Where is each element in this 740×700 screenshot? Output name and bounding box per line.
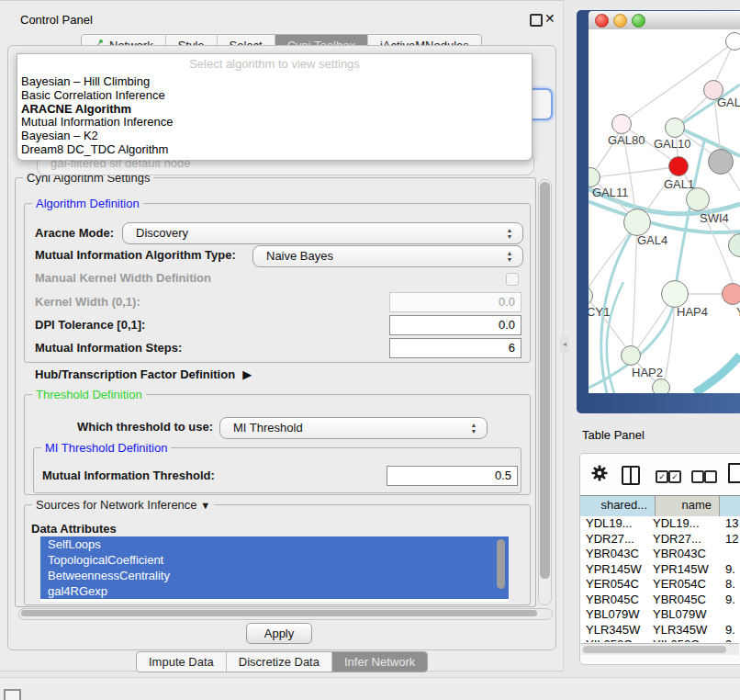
table-row[interactable]: YLR345WYLR345W9. [580, 623, 740, 638]
table-panel-title: Table Panel [582, 428, 645, 442]
manual-kernel-checkbox[interactable] [506, 273, 519, 286]
attribute-item[interactable]: TopologicalCoefficient [40, 552, 509, 568]
table-horizontal-scrollbar[interactable] [581, 643, 739, 655]
node-label: GAL11 [592, 186, 629, 199]
kernel-width-label: Kernel Width (0,1): [35, 293, 140, 311]
network-node[interactable] [708, 149, 734, 175]
bottom-strip [0, 677, 740, 700]
table-cell: 9. [725, 623, 735, 638]
unchecked-checkbox-icon[interactable] [691, 470, 704, 483]
table-row[interactable]: YDR27...YDR27...12 [580, 532, 740, 548]
tab-discretize-data[interactable]: Discretize Data [227, 652, 332, 672]
node-label: Y [736, 305, 740, 319]
table-cell: YLR345W [586, 623, 640, 638]
dpi-tolerance-field[interactable]: 0.0 [389, 315, 521, 335]
table-row[interactable]: YIL052CYIL052C9. [580, 638, 740, 642]
cyni-bottom-tabbar: Impute Data Discretize Data Infer Networ… [136, 651, 428, 672]
network-node-hap2[interactable] [621, 345, 641, 366]
close-traffic-light[interactable] [595, 14, 609, 28]
table-row[interactable]: YBR043CYBR043C [580, 547, 740, 562]
threshold-definition-title: Threshold Definition [32, 388, 146, 401]
sources-group-title[interactable]: Sources for Network Inference ▼ [32, 498, 214, 513]
node-label: GAL10 [654, 137, 690, 151]
table-cell: YPR145W [586, 562, 642, 578]
network-node-y[interactable] [722, 283, 740, 305]
scrollbar-thumb[interactable] [21, 610, 537, 616]
stepper-arrows-icon: ▲▼ [469, 420, 478, 436]
screen: Control Panel ✕ Network Style Select Cyn… [0, 0, 740, 700]
hub-definition-expander[interactable]: Hub/Transcription Factor Definition▶ [35, 366, 252, 384]
network-node-gal80[interactable] [611, 114, 632, 134]
zoom-traffic-light[interactable] [632, 14, 645, 28]
checked-checkbox-icon[interactable]: ✓ [656, 470, 668, 483]
kernel-width-field[interactable]: 0.0 [389, 292, 521, 312]
algorithm-option[interactable]: Bayesian – Hill Climbing [19, 75, 530, 89]
algorithm-option[interactable]: ARACNE Algorithm [19, 103, 530, 117]
which-threshold-combo[interactable]: MI Threshold ▲▼ [219, 417, 488, 439]
table-row[interactable]: YPR145WYPR145W9. [580, 562, 740, 578]
table-cell: YBR043C [653, 547, 706, 562]
algorithm-option[interactable]: Bayesian – K2 [19, 130, 530, 143]
scrollbar-thumb[interactable] [540, 182, 550, 579]
table-row[interactable]: YBR045CYBR045C9. [580, 593, 740, 608]
attribute-item[interactable]: gal4RGexp [40, 583, 509, 599]
gear-icon[interactable] [591, 465, 608, 484]
split-pane-collapse-handle[interactable]: ◂ [560, 336, 569, 353]
table-row[interactable]: YER054CYER054C8. [580, 577, 740, 593]
table-cell: YPR145W [653, 562, 709, 578]
network-node[interactable] [725, 32, 740, 51]
algorithm-option[interactable]: Dream8 DC_TDC Algorithm [19, 143, 530, 157]
algorithm-option[interactable]: Basic Correlation Inference [19, 89, 530, 103]
network-canvas[interactable]: GALGAL80GAL10GAL1GAL11SWI4GAL4GCY1HAP4YH… [589, 29, 740, 393]
mi-threshold-field[interactable]: 0.5 [387, 466, 518, 486]
attribute-item[interactable]: BetweennessCentrality [40, 568, 509, 583]
mi-type-combo[interactable]: Naive Bayes ▲▼ [252, 245, 523, 267]
table-row[interactable]: YDL19...YDL19...13 [580, 516, 740, 532]
column-header-shared-name[interactable]: shared... [580, 496, 656, 516]
data-attributes-list[interactable]: SelfLoopsTopologicalCoefficientBetweenne… [40, 536, 509, 602]
table-row[interactable]: YBL079WYBL079W [580, 607, 740, 623]
table-cell: YBR045C [586, 593, 639, 608]
table-panel: ✓ ✓ shared... name YDL19...YDL19...13YDR… [579, 453, 740, 665]
algorithm-dropdown[interactable]: Select algorithm to view settings Bayesi… [17, 53, 533, 161]
mi-steps-field[interactable]: 6 [389, 338, 521, 358]
algorithm-option[interactable]: Mutual Information Inference [19, 116, 530, 130]
node-label: SWI4 [700, 211, 729, 225]
attribute-item[interactable]: SelfLoops [40, 536, 509, 552]
tab-infer-network[interactable]: Infer Network [332, 652, 427, 672]
network-node-hap4[interactable] [661, 280, 689, 308]
algorithm-definition-title: Algorithm Definition [32, 197, 143, 210]
network-node-gal1[interactable] [668, 156, 689, 176]
unchecked-checkbox-icon[interactable] [704, 470, 717, 483]
table-cell: YIL052C [586, 638, 633, 642]
checked-checkbox-icon[interactable]: ✓ [668, 470, 681, 483]
table-cell: 9. [725, 638, 735, 642]
settings-vertical-scrollbar[interactable] [538, 179, 552, 605]
tab-impute-data[interactable]: Impute Data [137, 652, 227, 672]
float-window-icon[interactable] [530, 14, 543, 27]
settings-horizontal-scrollbar[interactable] [18, 608, 553, 620]
control-panel-window: Control Panel ✕ Network Style Select Cyn… [0, 0, 564, 672]
network-node[interactable] [652, 378, 670, 393]
table-cell: YLR345W [653, 623, 707, 638]
network-window-titlebar[interactable] [589, 11, 740, 30]
table-cell: YER054C [586, 577, 639, 593]
network-node-gal10[interactable] [665, 118, 685, 138]
network-node-swi4[interactable] [686, 187, 710, 211]
minimize-traffic-light[interactable] [613, 14, 627, 28]
aracne-mode-combo[interactable]: Discovery ▲▼ [122, 222, 523, 244]
split-columns-icon[interactable] [622, 466, 640, 485]
column-header-cut[interactable] [720, 496, 740, 516]
network-node-gal4[interactable] [623, 209, 651, 236]
list-scrollbar-thumb[interactable] [497, 539, 505, 589]
close-icon[interactable]: ✕ [544, 11, 555, 26]
scrollbar-thumb[interactable] [583, 646, 726, 653]
apply-button[interactable]: Apply [246, 623, 312, 644]
document-icon[interactable] [728, 463, 740, 483]
column-header-name[interactable]: name [656, 496, 720, 516]
bottom-corner-icon[interactable] [4, 689, 21, 700]
table-cell: 9. [725, 562, 735, 578]
node-label: GAL80 [608, 133, 645, 147]
table-cell: YIL052C [653, 638, 700, 642]
table-toolbar: ✓ ✓ [580, 454, 740, 495]
